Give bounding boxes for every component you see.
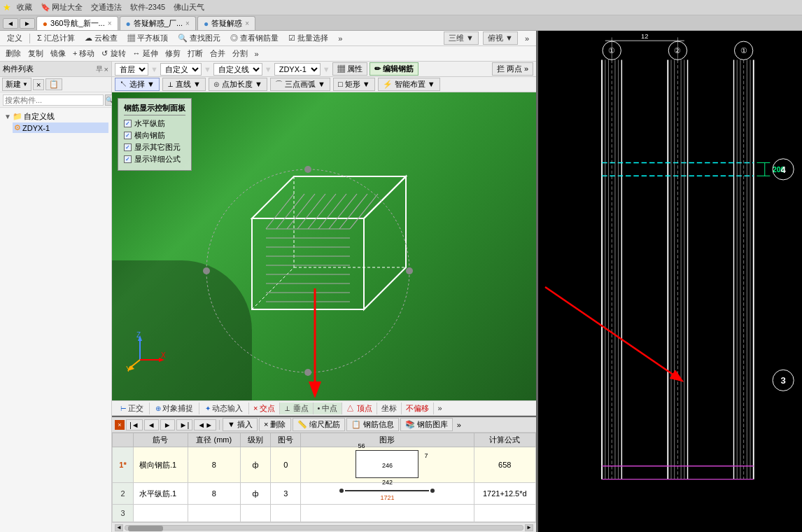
smart-layout-btn[interactable]: ⚡ 智能布置 ▼ bbox=[378, 78, 440, 91]
row-grade-2[interactable]: ф bbox=[240, 483, 270, 505]
打断-btn[interactable]: 打断 bbox=[185, 48, 206, 59]
coord-btn[interactable]: 坐标 bbox=[377, 402, 402, 414]
row-shape-1[interactable]: 56 7 246 242 bbox=[301, 447, 474, 483]
batch-select-btn[interactable]: ☑ 批量选择 bbox=[286, 32, 331, 44]
point-length-btn[interactable]: ⊙ 点加长度 ▼ bbox=[209, 78, 267, 91]
tab-close-icon[interactable]: × bbox=[108, 20, 112, 27]
bookmark-software[interactable]: 软件-2345 bbox=[127, 1, 168, 13]
sum-calc-btn[interactable]: Σ 汇总计算 bbox=[34, 32, 78, 44]
tree-child-item-zdyx1[interactable]: ⚙ ZDYX-1 bbox=[13, 122, 108, 133]
close-table-btn[interactable]: × bbox=[115, 420, 125, 430]
snap-btn[interactable]: ⊕ 对象捕捉 bbox=[150, 402, 199, 414]
browser-forward-btn[interactable]: ► bbox=[20, 18, 35, 29]
row-shape-3[interactable] bbox=[301, 505, 474, 522]
vertex-btn[interactable]: △ 顶点 bbox=[342, 402, 377, 414]
nav-both-btn[interactable]: ◄► bbox=[194, 419, 216, 430]
delete-row-btn[interactable]: × 删除 bbox=[259, 418, 290, 431]
type-select[interactable]: 自定义 bbox=[160, 63, 202, 76]
floor-select[interactable]: 首层 bbox=[115, 63, 148, 76]
intersect-btn[interactable]: × 交点 bbox=[249, 402, 280, 414]
midpoint-btn[interactable]: • 中点 bbox=[314, 402, 343, 414]
bookmark-nav[interactable]: 🔖网址大全 bbox=[38, 1, 85, 13]
rebar-panel-item4[interactable]: ✓ 显示详细公式 bbox=[124, 154, 185, 164]
table-row-1[interactable]: 1* 横向钢筋.1 8 ф 0 bbox=[113, 447, 536, 483]
no-offset-btn[interactable]: 不偏移 bbox=[402, 402, 434, 414]
nav-last-btn[interactable]: ►| bbox=[176, 419, 193, 430]
nav-next-btn[interactable]: ► bbox=[160, 419, 175, 430]
row-shape-num-3[interactable] bbox=[271, 505, 301, 522]
copy-component-btn[interactable]: 📋 bbox=[45, 78, 62, 90]
browser-tab-answer2[interactable]: ● 答疑解惑 × bbox=[197, 16, 255, 30]
right-cad-drawing[interactable]: ① ② ① 12 bbox=[538, 31, 802, 532]
panel-float-icon[interactable]: 早 bbox=[96, 64, 103, 74]
row-name-2[interactable]: 水平纵筋.1 bbox=[134, 483, 188, 505]
browser-back-btn[interactable]: ◄ bbox=[3, 18, 18, 29]
row-diam-3[interactable] bbox=[188, 505, 240, 522]
nav-prev-btn[interactable]: ◄ bbox=[144, 419, 159, 430]
row-shape-2[interactable]: 1721 bbox=[301, 483, 474, 505]
3d-view-btn[interactable]: 三维 ▼ bbox=[444, 31, 479, 45]
split-btn[interactable]: 分割 bbox=[230, 48, 251, 59]
perp-btn[interactable]: ⊥ 垂点 bbox=[280, 402, 313, 414]
edit-rebar-btn[interactable]: ✏ 编辑钢筋 bbox=[370, 62, 418, 76]
rotate-btn[interactable]: ↺ 旋转 bbox=[99, 48, 128, 59]
new-component-btn[interactable]: 新建▼ bbox=[2, 78, 31, 91]
bookmark-weather[interactable]: 佛山天气 bbox=[171, 1, 207, 13]
nav-first-btn[interactable]: |◄ bbox=[126, 419, 143, 430]
define-btn[interactable]: 定义 bbox=[4, 32, 25, 44]
insert-btn[interactable]: ▼ 插入 bbox=[223, 418, 258, 431]
panel-close-icon[interactable]: × bbox=[104, 65, 108, 74]
more-btn3[interactable]: » bbox=[252, 49, 262, 59]
delete-btn[interactable]: 删除 bbox=[3, 48, 24, 59]
row-shape-num-1[interactable]: 0 bbox=[271, 447, 301, 483]
dynamic-input-btn[interactable]: ✦ 动态输入 bbox=[199, 402, 249, 414]
bookmark-collection[interactable]: 收藏 bbox=[14, 1, 35, 13]
search-input[interactable] bbox=[3, 94, 104, 106]
tree-root-item[interactable]: ▼ 📁 自定义线 bbox=[3, 111, 108, 122]
rect-btn[interactable]: □ 矩形 ▼ bbox=[333, 78, 375, 91]
rebar-info-btn[interactable]: 📋 钢筋信息 bbox=[346, 418, 399, 431]
rebar-panel-item3[interactable]: ✓ 显示其它图元 bbox=[124, 142, 185, 153]
more-btn2[interactable]: » bbox=[522, 34, 532, 43]
bookmark-star[interactable]: ★ bbox=[3, 2, 11, 13]
view-rebar-btn[interactable]: ◎ 查看钢筋量 bbox=[227, 32, 281, 44]
line-tool-btn[interactable]: ⊥ 直线 ▼ bbox=[162, 78, 206, 91]
more-snap-btn[interactable]: » bbox=[434, 403, 446, 413]
more-table-btn[interactable]: » bbox=[454, 420, 464, 430]
tab-close-icon2[interactable]: × bbox=[185, 20, 190, 27]
rebar-panel-item2[interactable]: ✓ 横向钢筋 bbox=[124, 130, 185, 141]
table-row-3[interactable]: 3 bbox=[113, 505, 536, 522]
more-btn1[interactable]: » bbox=[335, 34, 345, 43]
copy-btn[interactable]: 复制 bbox=[25, 48, 46, 59]
bookmark-traffic[interactable]: 交通违法 bbox=[88, 1, 125, 13]
code-select[interactable]: ZDYX-1 bbox=[274, 63, 321, 76]
two-point-btn[interactable]: 拦 两点 » bbox=[492, 62, 533, 76]
mirror-btn[interactable]: 镜像 bbox=[48, 48, 69, 59]
table-row-2[interactable]: 2 水平纵筋.1 8 ф 3 bbox=[113, 483, 536, 505]
extend-btn[interactable]: ↔ 延伸 bbox=[130, 48, 161, 59]
orthogonal-btn[interactable]: ⊢ 正交 bbox=[115, 402, 150, 414]
row-diam-2[interactable]: 8 bbox=[188, 483, 240, 505]
cad-viewport[interactable]: 钢筋显示控制面板 ✓ 水平纵筋 ✓ 横向钢筋 ✓ 显示其它 bbox=[112, 92, 536, 400]
rebar-library-btn[interactable]: 📚 钢筋图库 bbox=[400, 418, 453, 431]
row-grade-3[interactable] bbox=[240, 505, 270, 522]
scale-config-btn[interactable]: 📏 缩尺配筋 bbox=[293, 418, 345, 431]
row-name-1[interactable]: 横向钢筋.1 bbox=[134, 447, 188, 483]
row-diam-1[interactable]: 8 bbox=[188, 447, 240, 483]
row-shape-num-2[interactable]: 3 bbox=[271, 483, 301, 505]
row-name-3[interactable] bbox=[134, 505, 188, 522]
delete-component-btn[interactable]: × bbox=[33, 79, 44, 90]
row-formula-3[interactable] bbox=[474, 505, 535, 522]
row-formula-1[interactable]: 658 bbox=[474, 447, 535, 483]
move-btn[interactable]: + 移动 bbox=[70, 48, 97, 59]
browser-tab-answer1[interactable]: ● 答疑解惑_厂... × bbox=[120, 16, 196, 30]
select-tool-btn[interactable]: ↖ 选择 ▼ bbox=[115, 78, 160, 91]
cloud-check-btn[interactable]: ☁ 云检查 bbox=[82, 32, 120, 44]
top-view-btn[interactable]: 俯视 ▼ bbox=[483, 31, 518, 45]
property-btn[interactable]: ▦ 属性 bbox=[332, 62, 367, 76]
table-scrollbar[interactable]: ◄ ► bbox=[112, 522, 536, 532]
line-type-select[interactable]: 自定义线 bbox=[213, 63, 262, 76]
row-grade-1[interactable]: ф bbox=[240, 447, 270, 483]
rebar-panel-item1[interactable]: ✓ 水平纵筋 bbox=[124, 118, 185, 129]
row-formula-2[interactable]: 1721+12.5*d bbox=[474, 483, 535, 505]
